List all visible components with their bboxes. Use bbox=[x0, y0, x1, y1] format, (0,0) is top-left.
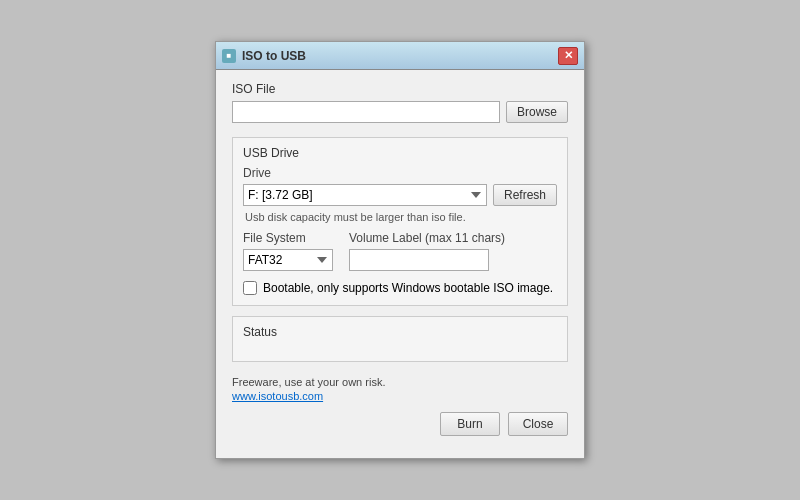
main-window: ■ ISO to USB ✕ ISO File Browse USB Drive… bbox=[215, 41, 585, 459]
drive-label: Drive bbox=[243, 166, 557, 180]
fs-vol-row: File System FAT32 Volume Label (max 11 c… bbox=[243, 231, 557, 271]
drive-select[interactable]: F: [3.72 GB] bbox=[243, 184, 487, 206]
close-window-button[interactable]: ✕ bbox=[558, 47, 578, 65]
fs-label: File System bbox=[243, 231, 333, 245]
file-system-group: File System FAT32 bbox=[243, 231, 333, 271]
website-link[interactable]: www.isotousb.com bbox=[232, 390, 568, 402]
usb-section-label: USB Drive bbox=[243, 146, 557, 160]
bootable-checkbox[interactable] bbox=[243, 281, 257, 295]
iso-section-label: ISO File bbox=[232, 82, 568, 96]
iso-file-input[interactable] bbox=[232, 101, 500, 123]
window-icon: ■ bbox=[222, 49, 236, 63]
fs-select[interactable]: FAT32 bbox=[243, 249, 333, 271]
title-bar: ■ ISO to USB ✕ bbox=[216, 42, 584, 70]
burn-button[interactable]: Burn bbox=[440, 412, 500, 436]
close-button[interactable]: Close bbox=[508, 412, 568, 436]
refresh-button[interactable]: Refresh bbox=[493, 184, 557, 206]
vol-label: Volume Label (max 11 chars) bbox=[349, 231, 505, 245]
content-area: ISO File Browse USB Drive Drive F: [3.72… bbox=[216, 70, 584, 458]
drive-row: F: [3.72 GB] Refresh bbox=[243, 184, 557, 206]
window-title: ISO to USB bbox=[242, 49, 558, 63]
volume-label-group: Volume Label (max 11 chars) bbox=[349, 231, 505, 271]
status-section: Status bbox=[232, 316, 568, 362]
footer-buttons: Burn Close bbox=[232, 412, 568, 436]
freeware-text: Freeware, use at your own risk. bbox=[232, 376, 568, 388]
volume-label-input[interactable] bbox=[349, 249, 489, 271]
bootable-row: Bootable, only supports Windows bootable… bbox=[243, 281, 557, 295]
status-label: Status bbox=[243, 325, 557, 339]
bootable-label: Bootable, only supports Windows bootable… bbox=[263, 281, 553, 295]
footer: Freeware, use at your own risk. www.isot… bbox=[232, 372, 568, 446]
capacity-hint: Usb disk capacity must be larger than is… bbox=[245, 211, 557, 223]
iso-file-row: Browse bbox=[232, 101, 568, 123]
usb-drive-section: USB Drive Drive F: [3.72 GB] Refresh Usb… bbox=[232, 137, 568, 306]
browse-button[interactable]: Browse bbox=[506, 101, 568, 123]
